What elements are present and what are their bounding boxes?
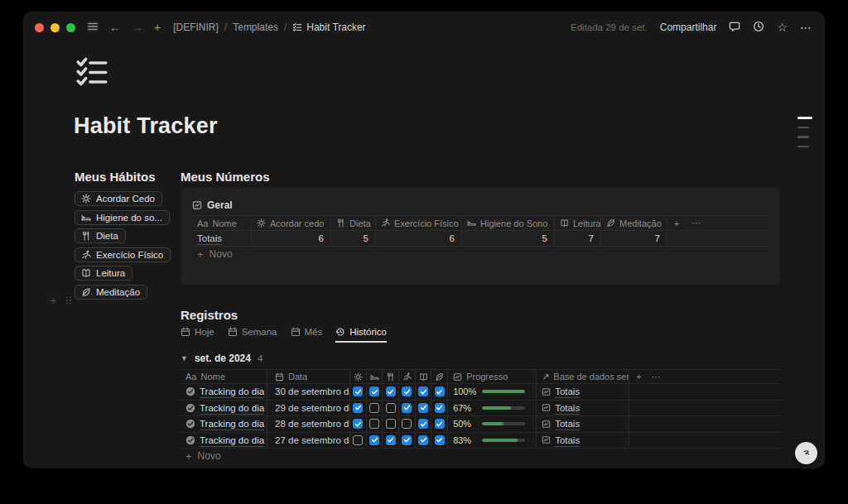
column-header-higiene[interactable]: Higiene do Sono	[462, 216, 555, 230]
zoom-window-button[interactable]	[66, 23, 75, 32]
habit-checkbox[interactable]	[402, 403, 412, 413]
comments-icon[interactable]	[729, 21, 740, 34]
table-of-contents-indicator[interactable]	[797, 117, 812, 147]
habit-checkbox[interactable]	[435, 403, 445, 413]
forward-icon[interactable]: →	[132, 22, 143, 33]
notion-ai-button[interactable]	[795, 442, 817, 464]
runner-icon	[381, 218, 390, 228]
column-header-nome[interactable]: Aa Nome	[181, 370, 267, 383]
row-page-link[interactable]: Tracking do dia	[200, 386, 264, 396]
habit-checkbox[interactable]	[386, 386, 396, 396]
history-icon[interactable]	[753, 21, 764, 34]
back-icon[interactable]: ←	[109, 22, 121, 33]
habit-button-dieta[interactable]: Dieta	[75, 228, 126, 243]
relation-link[interactable]: Totais	[555, 386, 580, 396]
habit-checkbox[interactable]	[435, 419, 445, 429]
habit-checkbox[interactable]	[353, 403, 363, 413]
habit-checkbox[interactable]	[353, 419, 363, 429]
habit-checkbox[interactable]	[386, 419, 396, 429]
column-header-higiene-icon[interactable]	[367, 370, 383, 383]
habit-checkbox[interactable]	[418, 403, 428, 413]
habit-checkbox[interactable]	[418, 419, 428, 429]
habit-checkbox[interactable]	[402, 386, 412, 396]
column-header-leitura[interactable]: Leitura	[555, 216, 601, 230]
new-page-icon[interactable]: +	[154, 22, 161, 33]
habit-checkbox[interactable]	[369, 419, 379, 429]
records-new-row-button[interactable]: + Novo	[181, 449, 780, 463]
numbers-group-tab[interactable]: Geral	[192, 196, 768, 214]
habit-button-exercicio-fisico[interactable]: Exercício Físico	[75, 247, 171, 262]
breadcrumb-current-page[interactable]: Habit Tracker	[292, 22, 365, 33]
habit-button-acordar-cedo[interactable]: Acordar Cedo	[75, 191, 162, 206]
habit-checkbox[interactable]	[418, 386, 428, 396]
date-value[interactable]: 27 de setembro de 2024	[275, 435, 350, 445]
table-row[interactable]: Tracking do dia 27 de setembro de 2024 8…	[181, 433, 780, 449]
sidebar-toggle-icon[interactable]	[87, 21, 99, 34]
column-header-acordar-cedo[interactable]: Acordar cedo	[252, 216, 331, 230]
habit-button-meditacao[interactable]: Meditação	[75, 285, 147, 300]
tab-hoje[interactable]: Hoje	[181, 327, 214, 343]
breadcrumb-workspace[interactable]: [DEFINIR]	[173, 22, 219, 33]
add-block-icon[interactable]: +	[50, 294, 57, 306]
habit-checkbox[interactable]	[386, 435, 396, 445]
habit-button-leitura[interactable]: Leitura	[75, 266, 132, 281]
column-header-dieta[interactable]: Dieta	[331, 216, 376, 230]
numbers-new-row-button[interactable]: + Novo	[192, 247, 768, 262]
column-header-dieta-icon[interactable]	[383, 370, 399, 383]
column-header-nome[interactable]: Aa Nome	[192, 216, 252, 230]
date-value[interactable]: 29 de setembro de 2024	[275, 403, 350, 413]
numbers-totals-row[interactable]: Totais 6 5 6 5 7 7	[192, 231, 768, 247]
close-window-button[interactable]	[35, 23, 44, 32]
row-page-link[interactable]: Tracking do dia	[200, 435, 264, 445]
sun-icon	[354, 372, 363, 382]
share-button[interactable]: Compartilhar	[660, 22, 717, 33]
column-header-exercicio-icon[interactable]	[399, 370, 416, 383]
habit-checkbox[interactable]	[418, 435, 428, 445]
totals-link[interactable]: Totais	[197, 233, 222, 243]
column-header-meditacao[interactable]: Meditação	[601, 216, 667, 230]
habit-checkbox[interactable]	[353, 386, 363, 396]
column-header-meditacao-icon[interactable]	[431, 370, 448, 383]
habit-checkbox[interactable]	[435, 386, 445, 396]
habit-checkbox[interactable]	[402, 435, 412, 445]
row-page-link[interactable]: Tracking do dia	[200, 419, 264, 429]
column-header-exercicio[interactable]: Exercício Físico	[376, 216, 462, 230]
habit-checkbox[interactable]	[386, 403, 396, 413]
table-options-icon[interactable]: ⋯	[686, 216, 707, 230]
column-header-data[interactable]: Data	[267, 370, 350, 383]
collapse-triangle-icon[interactable]: ▼	[181, 354, 188, 362]
add-column-icon[interactable]: +	[667, 216, 686, 230]
favorite-star-icon[interactable]: ☆	[777, 22, 788, 33]
date-value[interactable]: 28 de setembro de 2024	[275, 419, 350, 429]
tab-mes[interactable]: Mês	[291, 327, 323, 343]
row-page-link[interactable]: Tracking do dia	[200, 403, 264, 413]
tab-semana[interactable]: Semana	[228, 327, 277, 343]
table-row[interactable]: Tracking do dia 29 de setembro de 2024 6…	[181, 401, 780, 417]
column-header-progresso[interactable]: Progresso	[448, 370, 537, 383]
relation-link[interactable]: Totais	[555, 403, 580, 413]
relation-link[interactable]: Totais	[555, 419, 580, 429]
minimize-window-button[interactable]	[51, 23, 60, 32]
more-options-icon[interactable]: ⋯	[800, 22, 812, 33]
date-value[interactable]: 30 de setembro de 2024	[275, 386, 350, 396]
tab-historico[interactable]: Histórico	[335, 327, 387, 343]
habit-checkbox[interactable]	[369, 386, 379, 396]
column-header-relation[interactable]: ↗ Base de dados sem tít...	[537, 370, 629, 383]
relation-link[interactable]: Totais	[555, 435, 580, 445]
table-row[interactable]: Tracking do dia 30 de setembro de 2024 1…	[181, 384, 780, 401]
habit-checkbox[interactable]	[369, 435, 379, 445]
habit-checkbox[interactable]	[353, 435, 363, 445]
records-group-header[interactable]: ▼ set. de 2024 4	[181, 352, 780, 364]
habit-checkbox[interactable]	[435, 435, 445, 445]
column-header-acordar-icon[interactable]	[350, 370, 367, 383]
habit-button-higiene-do-sono[interactable]: Higiene do so...	[75, 210, 170, 225]
breadcrumb-templates[interactable]: Templates	[233, 22, 278, 33]
column-header-leitura-icon[interactable]	[416, 370, 432, 383]
habit-checkbox[interactable]	[402, 419, 412, 429]
table-options-icon[interactable]: ⋯	[652, 372, 661, 382]
add-column-icon[interactable]: +	[636, 372, 641, 382]
habit-checkbox[interactable]	[369, 403, 379, 413]
page-checklist-icon[interactable]	[75, 55, 109, 89]
drag-handle-icon[interactable]	[64, 295, 74, 305]
table-row[interactable]: Tracking do dia 28 de setembro de 2024 5…	[181, 416, 780, 433]
